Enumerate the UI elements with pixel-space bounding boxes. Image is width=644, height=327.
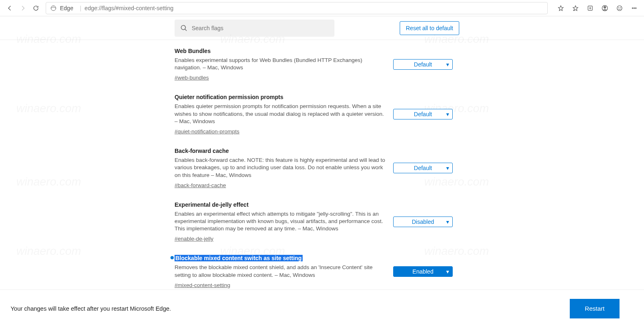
svg-point-4 (617, 6, 622, 11)
flag-description: Enables an experimental effect which att… (175, 210, 387, 233)
browser-chrome-bar: Edge | edge://flags/#mixed-content-setti… (0, 0, 644, 16)
back-button[interactable] (3, 2, 16, 15)
flag-title: Experimental de-jelly effect (175, 201, 248, 208)
svg-point-7 (632, 7, 633, 8)
flag-anchor-link[interactable]: #quiet-notification-prompts (175, 128, 239, 135)
flag-anchor-link[interactable]: #web-bundles (175, 75, 209, 81)
refresh-button[interactable] (29, 2, 42, 15)
flag-description: Removes the blockable mixed content shie… (175, 264, 387, 278)
edge-icon (50, 5, 57, 11)
chevron-down-icon: ▾ (446, 268, 449, 275)
profile-icon[interactable] (598, 2, 611, 15)
collections-icon[interactable] (584, 2, 597, 15)
flag-select[interactable]: Enabled ▾ (393, 266, 453, 277)
reset-all-button[interactable]: Reset all to default (400, 21, 459, 35)
smiley-feedback-icon[interactable] (613, 2, 626, 15)
flag-select[interactable]: Default ▾ (393, 163, 453, 173)
flag-anchor-link[interactable]: #enable-de-jelly (175, 236, 213, 242)
flag-select[interactable]: Disabled ▾ (393, 217, 453, 227)
address-bar[interactable]: Edge | edge://flags/#mixed-content-setti… (46, 2, 548, 14)
svg-point-9 (635, 7, 636, 8)
search-flags-box[interactable] (175, 20, 334, 37)
forward-button (16, 2, 29, 15)
footer-message: Your changes will take effect after you … (11, 305, 570, 312)
svg-point-8 (634, 7, 635, 8)
restart-footer-bar: Your changes will take effect after you … (0, 289, 644, 327)
favorites-icon[interactable] (569, 2, 582, 15)
flag-title: Back-forward cache (175, 148, 229, 154)
flag-title: Blockable mixed content switch as site s… (175, 255, 303, 261)
flag-title: Web Bundles (175, 48, 210, 54)
flag-select[interactable]: Default ▾ (393, 109, 453, 119)
search-icon (180, 24, 188, 32)
flag-row-quiet-notifications: Quieter notification permission prompts … (0, 91, 644, 137)
flag-select-value: Default (414, 111, 432, 117)
svg-point-6 (620, 7, 621, 8)
flags-list: Web Bundles Enables experimental support… (0, 40, 644, 289)
flag-select-value: Disabled (412, 219, 434, 225)
flag-select[interactable]: Default ▾ (393, 59, 453, 70)
flags-toolbar: Reset all to default (0, 16, 644, 40)
chevron-down-icon: ▾ (446, 165, 449, 171)
chrome-right-icons (554, 2, 641, 15)
flag-anchor-link[interactable]: #mixed-content-setting (175, 282, 230, 288)
flag-select-value: Default (414, 165, 432, 171)
flag-title: Quieter notification permission prompts (175, 94, 283, 100)
flag-row-de-jelly: Experimental de-jelly effect Enables an … (0, 199, 644, 245)
chevron-down-icon: ▾ (446, 61, 449, 68)
chevron-down-icon: ▾ (446, 219, 449, 225)
flag-select-value: Enabled (412, 268, 433, 275)
svg-point-5 (619, 7, 619, 8)
flag-row-web-bundles: Web Bundles Enables experimental support… (0, 45, 644, 84)
favorite-star-outline-icon[interactable] (554, 2, 567, 15)
chevron-down-icon: ▾ (446, 111, 449, 117)
restart-button[interactable]: Restart (570, 299, 620, 318)
flag-description: Enables quieter permission prompts for n… (175, 103, 387, 125)
url-text: edge://flags/#mixed-content-setting (84, 5, 173, 11)
more-menu-icon[interactable] (628, 2, 641, 15)
flag-row-mixed-content: Blockable mixed content switch as site s… (0, 252, 644, 289)
flag-anchor-link[interactable]: #back-forward-cache (175, 182, 226, 188)
flag-description: Enables experimental supports for Web Bu… (175, 57, 387, 71)
flag-row-back-forward-cache: Back-forward cache Enables back-forward … (0, 145, 644, 191)
svg-point-3 (604, 6, 606, 8)
browser-name-label: Edge (60, 5, 73, 11)
search-input[interactable] (192, 25, 329, 31)
flag-description: Enables back-forward cache. NOTE: this f… (175, 157, 387, 179)
svg-point-0 (51, 6, 56, 11)
flag-select-value: Default (414, 61, 432, 68)
